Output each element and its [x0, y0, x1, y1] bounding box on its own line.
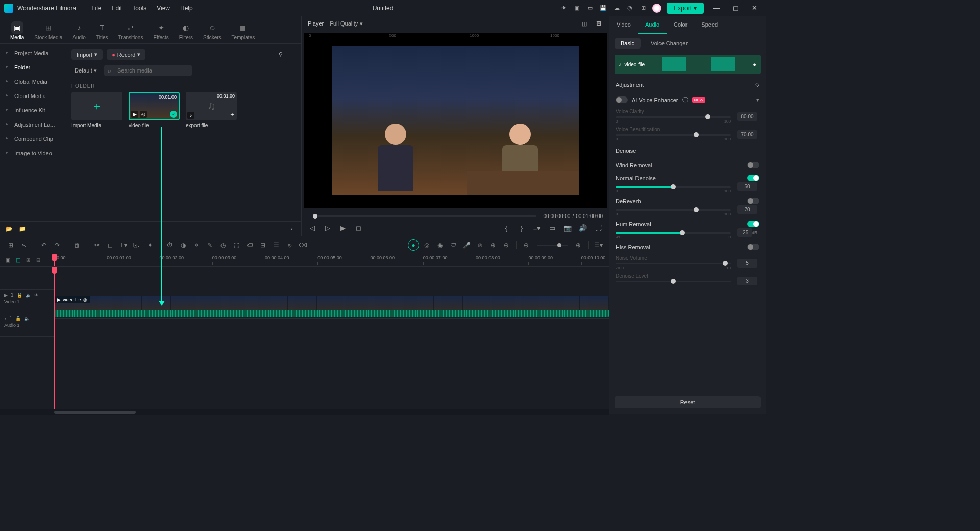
- sidebar-folder[interactable]: Folder: [0, 60, 67, 75]
- sidebar-image-to-video[interactable]: Image to Video: [0, 146, 67, 160]
- close-button[interactable]: ✕: [748, 4, 762, 12]
- hiss-removal-toggle[interactable]: [747, 244, 760, 250]
- tag-icon[interactable]: 🏷: [244, 239, 255, 251]
- redo-button[interactable]: ↷: [52, 239, 63, 251]
- sidebar-influence-kit[interactable]: Influence Kit: [0, 103, 67, 117]
- audio-track-header[interactable]: ♪1🔓🔈 Audio 1: [0, 313, 54, 337]
- export-button[interactable]: Export▾: [667, 3, 704, 14]
- library-icon[interactable]: ▣: [573, 4, 581, 12]
- ai-enhancer-toggle[interactable]: [616, 96, 628, 103]
- hum-removal-slider[interactable]: [616, 232, 731, 234]
- undo-button[interactable]: ↶: [38, 239, 50, 251]
- chevron-down-icon[interactable]: ▾: [756, 96, 760, 103]
- search-input[interactable]: [104, 65, 192, 76]
- tab-transitions[interactable]: ⇄Transitions: [113, 18, 149, 43]
- tab-stock-media[interactable]: ⊞Stock Media: [29, 18, 67, 43]
- sort-dropdown[interactable]: Default ▾: [71, 66, 100, 76]
- tab-titles[interactable]: TTitles: [91, 18, 113, 43]
- mixer-icon[interactable]: ⎚: [474, 239, 485, 251]
- list-view-icon[interactable]: ☰▾: [593, 239, 604, 251]
- link-icon[interactable]: ⎋: [284, 239, 295, 251]
- import-button[interactable]: Import▾: [71, 49, 103, 60]
- prev-frame-button[interactable]: ◁: [308, 224, 317, 232]
- shield-icon[interactable]: 🛡: [448, 239, 459, 251]
- preview-canvas[interactable]: 0 500 1000 1500: [304, 33, 607, 208]
- collapse-icon[interactable]: ‹: [288, 225, 296, 233]
- tab-audio[interactable]: ♪Audio: [67, 18, 91, 43]
- lock-icon[interactable]: 🔓: [17, 293, 22, 298]
- screen-icon[interactable]: ▭: [586, 4, 594, 12]
- edit-icon[interactable]: ✎: [204, 239, 215, 251]
- lock-icon[interactable]: 🔓: [15, 316, 21, 321]
- green-circle-icon[interactable]: ●: [408, 239, 419, 251]
- hum-removal-input[interactable]: [737, 228, 752, 237]
- cut-icon[interactable]: ✂: [91, 239, 103, 251]
- snapshot-icon[interactable]: 📷: [563, 224, 572, 232]
- inspector-tab-video[interactable]: Video: [609, 16, 638, 34]
- stack-icon[interactable]: ☰: [271, 239, 282, 251]
- dereverb-slider[interactable]: [616, 209, 731, 211]
- target-icon[interactable]: ◉: [434, 239, 446, 251]
- new-folder-icon[interactable]: 📁: [18, 225, 27, 233]
- speed-icon[interactable]: ⏱: [164, 239, 176, 251]
- minimize-button[interactable]: —: [709, 4, 724, 12]
- denoise-level-input[interactable]: [737, 277, 757, 285]
- sidebar-cloud-media[interactable]: Cloud Media: [0, 89, 67, 103]
- external-display-icon[interactable]: ▭: [548, 224, 557, 232]
- playhead[interactable]: [54, 254, 55, 266]
- sidebar-adjustment-layer[interactable]: Adjustment La...: [0, 117, 67, 132]
- apps-icon[interactable]: ⊞: [639, 4, 647, 12]
- info-icon[interactable]: ⓘ: [682, 96, 688, 104]
- voice-clarity-slider[interactable]: [616, 116, 731, 118]
- inspector-tab-color[interactable]: Color: [667, 16, 694, 34]
- fullscreen-icon[interactable]: ⛶: [594, 224, 603, 232]
- eye-icon[interactable]: 👁: [34, 293, 39, 298]
- record-button[interactable]: ●Record▾: [107, 49, 145, 60]
- zoom-in-button[interactable]: ⊕: [573, 239, 584, 251]
- menu-file[interactable]: File: [86, 5, 106, 12]
- wind-removal-toggle[interactable]: [747, 162, 760, 168]
- video-clip[interactable]: ▶video file◎: [54, 296, 609, 317]
- quality-dropdown[interactable]: Full Quality ▾: [330, 20, 363, 27]
- cursor-icon[interactable]: ↖: [18, 239, 30, 251]
- insert-icon[interactable]: ⊕: [487, 239, 499, 251]
- layout-icon[interactable]: ◫: [580, 19, 589, 28]
- noise-volume-input[interactable]: [737, 259, 757, 268]
- mic-icon[interactable]: 🎤: [461, 239, 472, 251]
- inspector-tab-speed[interactable]: Speed: [694, 16, 725, 34]
- enhance-icon[interactable]: ✧: [191, 239, 202, 251]
- record-dot-icon[interactable]: ●: [753, 61, 756, 67]
- subtab-basic[interactable]: Basic: [615, 38, 641, 49]
- save-icon[interactable]: 💾: [599, 4, 607, 12]
- denoise-level-slider[interactable]: [616, 281, 731, 282]
- expand-icon[interactable]: ⬚: [231, 239, 242, 251]
- video-track-lane[interactable]: ▶video file◎: [54, 295, 609, 319]
- send-icon[interactable]: ✈: [559, 4, 568, 12]
- voice-beaut-input[interactable]: [737, 130, 757, 139]
- sidebar-compound-clip[interactable]: Compound Clip: [0, 132, 67, 146]
- menu-view[interactable]: View: [152, 5, 175, 12]
- tools-icon[interactable]: ≡▾: [532, 224, 542, 232]
- keyframe-icon[interactable]: ◇: [755, 81, 760, 88]
- timer-icon[interactable]: ◷: [217, 239, 229, 251]
- mute-icon[interactable]: 🔈: [24, 316, 30, 321]
- bell-icon[interactable]: ◔: [626, 4, 634, 12]
- mark-in-button[interactable]: {: [502, 224, 511, 232]
- tab-templates[interactable]: ▦Templates: [227, 18, 260, 43]
- crop-icon[interactable]: ◻: [105, 239, 116, 251]
- timeline-tracks[interactable]: ▶video file◎: [54, 267, 609, 409]
- eraser-icon[interactable]: ⌫: [297, 239, 308, 251]
- ai-icon[interactable]: ✦: [144, 239, 156, 251]
- voice-clarity-input[interactable]: [737, 112, 757, 121]
- dereverb-toggle[interactable]: [747, 198, 760, 204]
- overwrite-icon[interactable]: ⊖: [501, 239, 512, 251]
- timeline-ruler[interactable]: 00:00 00:00:01:00 00:00:02:00 00:00:03:0…: [54, 254, 609, 266]
- track-header-icon-3[interactable]: ⊞: [24, 257, 32, 264]
- import-media-tile[interactable]: ＋ Import Media: [71, 92, 122, 128]
- track-header-icon-4[interactable]: ⊟: [35, 257, 42, 264]
- cloud-icon[interactable]: ☁: [612, 4, 621, 12]
- sidebar-global-media[interactable]: Global Media: [0, 75, 67, 89]
- video-track-header[interactable]: ▶1🔓🔈👁 Video 1: [0, 290, 54, 313]
- tab-effects[interactable]: ✦Effects: [148, 18, 174, 43]
- reset-button[interactable]: Reset: [615, 396, 761, 408]
